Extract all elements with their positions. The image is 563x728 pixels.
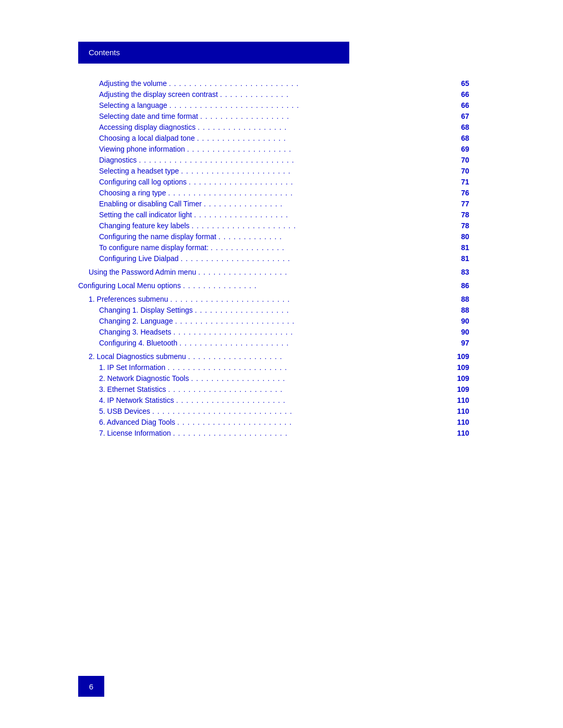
page-footer: 6: [78, 676, 104, 697]
toc-entry-dots: . . . . . . . . . . . . . . . . . . . . …: [170, 295, 451, 303]
toc-entry[interactable]: 1. Preferences submenu . . . . . . . . .…: [78, 295, 469, 303]
toc-entry[interactable]: Setting the call indicator light . . . .…: [78, 211, 469, 219]
toc-entry-dots: . . . . . . . . . . . . . . . . . . . . …: [169, 79, 451, 88]
toc-entry-page: 83: [454, 268, 469, 276]
toc-entry[interactable]: Changing 2. Language . . . . . . . . . .…: [78, 317, 469, 325]
toc-entry-page: 110: [454, 429, 469, 437]
toc-entry-text: 7. License Information: [99, 429, 171, 437]
toc-entry-page: 110: [454, 407, 469, 415]
toc-entry-text: Using the Password Admin menu: [89, 268, 196, 276]
toc-entry-text: Adjusting the display screen contrast: [99, 90, 218, 98]
toc-entry-text: Configuring Live Dialpad: [99, 254, 179, 263]
toc-entry[interactable]: Selecting a language . . . . . . . . . .…: [78, 101, 469, 109]
toc-entry-text: 2. Network Diagnostic Tools: [99, 374, 189, 382]
toc-entry[interactable]: Configuring call log options . . . . . .…: [78, 178, 469, 186]
toc-entry-page: 86: [454, 281, 469, 290]
toc-entry[interactable]: 2. Network Diagnostic Tools . . . . . . …: [78, 374, 469, 382]
toc-entry-page: 78: [454, 211, 469, 219]
toc-entry-page: 81: [454, 243, 469, 252]
toc-entry-page: 90: [454, 328, 469, 336]
toc-entry[interactable]: 3. Ethernet Statistics . . . . . . . . .…: [78, 385, 469, 393]
toc-entry[interactable]: 2. Local Diagnostics submenu . . . . . .…: [78, 352, 469, 361]
toc-entry-text: Configuring call log options: [99, 178, 187, 186]
toc-entry[interactable]: Selecting date and time format . . . . .…: [78, 112, 469, 120]
toc-entry-dots: . . . . . . . . . . . . . . . . . . .: [195, 306, 451, 314]
toc-entry-text: 4. IP Network Statistics: [99, 396, 174, 404]
toc-entry[interactable]: Adjusting the display screen contrast . …: [78, 90, 469, 98]
toc-entry-dots: . . . . . . . . . . . . . . . . . . . . …: [169, 101, 451, 109]
toc-entry[interactable]: Choosing a local dialpad tone . . . . . …: [78, 134, 469, 142]
toc-entry[interactable]: 6. Advanced Diag Tools . . . . . . . . .…: [78, 418, 469, 426]
toc-entry[interactable]: Configuring Local Menu options . . . . .…: [78, 281, 469, 290]
toc-entry-dots: . . . . . . . . . . . . . . . . . . . . …: [168, 189, 451, 197]
toc-entry-page: 71: [454, 178, 469, 186]
toc-entry-dots: . . . . . . . . . . . . . . . . . . . . …: [173, 429, 451, 437]
toc-content: Adjusting the volume . . . . . . . . . .…: [78, 79, 469, 437]
toc-entry[interactable]: Configuring the name display format . . …: [78, 232, 469, 241]
toc-entry[interactable]: Configuring 4. Bluetooth . . . . . . . .…: [78, 339, 469, 347]
toc-entry-text: 5. USB Devices: [99, 407, 150, 415]
toc-entry-page: 68: [454, 134, 469, 142]
toc-entry-dots: . . . . . . . . . . . . . . . .: [204, 200, 451, 208]
toc-entry-dots: . . . . . . . . . . . . . . .: [211, 243, 451, 252]
toc-entry-dots: . . . . . . . . . . . . . . . . . . . . …: [189, 178, 451, 186]
toc-entry-page: 68: [454, 123, 469, 131]
toc-entry-dots: . . . . . . . . . . . . . . . . . . . . …: [177, 418, 451, 426]
toc-entry[interactable]: Changing feature key labels . . . . . . …: [78, 221, 469, 230]
toc-entry-dots: . . . . . . . . . . . . . . . . . . . . …: [139, 156, 451, 164]
toc-entry-text: Changing 1. Display Settings: [99, 306, 193, 314]
toc-entry-text: Configuring the name display format: [99, 232, 216, 241]
page-container: Contents Adjusting the volume . . . . . …: [0, 0, 563, 728]
toc-entry[interactable]: 4. IP Network Statistics . . . . . . . .…: [78, 396, 469, 404]
toc-entry-text: To configure name display format:: [99, 243, 209, 252]
toc-entry-dots: . . . . . . . . . . . . . . . . . . . . …: [176, 396, 451, 404]
toc-entry-dots: . . . . . . . . . . . . . . . . . . . . …: [168, 385, 451, 393]
toc-entry-dots: . . . . . . . . . . . . . . . . . . . . …: [167, 363, 451, 372]
toc-entry[interactable]: Adjusting the volume . . . . . . . . . .…: [78, 79, 469, 88]
toc-entry-page: 109: [454, 374, 469, 382]
toc-entry[interactable]: Selecting a headset type . . . . . . . .…: [78, 167, 469, 175]
header-bar: Contents: [78, 42, 349, 64]
toc-entry[interactable]: 7. License Information . . . . . . . . .…: [78, 429, 469, 437]
toc-entry[interactable]: Viewing phone information . . . . . . . …: [78, 145, 469, 153]
toc-entry[interactable]: Changing 1. Display Settings . . . . . .…: [78, 306, 469, 314]
toc-entry-page: 70: [454, 167, 469, 175]
toc-entry-dots: . . . . . . . . . . . . . . . . . . . . …: [174, 328, 451, 336]
toc-entry[interactable]: Choosing a ring type . . . . . . . . . .…: [78, 189, 469, 197]
toc-entry-text: Selecting a language: [99, 101, 167, 109]
toc-entry-page: 110: [454, 396, 469, 404]
header-title: Contents: [89, 48, 120, 57]
toc-entry-page: 77: [454, 200, 469, 208]
toc-entry[interactable]: Diagnostics . . . . . . . . . . . . . . …: [78, 156, 469, 164]
toc-entry[interactable]: Using the Password Admin menu . . . . . …: [78, 268, 469, 276]
toc-entry-page: 65: [454, 79, 469, 88]
toc-entry[interactable]: Enabling or disabling Call Timer . . . .…: [78, 200, 469, 208]
toc-entry-dots: . . . . . . . . . . . . . . . . . .: [200, 112, 451, 120]
toc-entry-page: 109: [454, 363, 469, 372]
toc-entry[interactable]: 1. IP Set Information . . . . . . . . . …: [78, 363, 469, 372]
toc-entry[interactable]: To configure name display format: . . . …: [78, 243, 469, 252]
toc-entry-page: 97: [454, 339, 469, 347]
toc-entry-text: 6. Advanced Diag Tools: [99, 418, 175, 426]
page-number: 6: [89, 682, 93, 691]
toc-entry-page: 109: [454, 385, 469, 393]
toc-entry-text: Accessing display diagnostics: [99, 123, 195, 131]
toc-entry-text: Changing feature key labels: [99, 221, 190, 230]
toc-entry-text: Setting the call indicator light: [99, 211, 192, 219]
toc-entry-text: 1. Preferences submenu: [89, 295, 168, 303]
toc-entry[interactable]: Accessing display diagnostics . . . . . …: [78, 123, 469, 131]
toc-entry-dots: . . . . . . . . . . . . . . . . . . . . …: [179, 339, 451, 347]
toc-entry-page: 90: [454, 317, 469, 325]
toc-entry[interactable]: 5. USB Devices . . . . . . . . . . . . .…: [78, 407, 469, 415]
toc-entry-text: Viewing phone information: [99, 145, 185, 153]
toc-entry-text: Selecting date and time format: [99, 112, 198, 120]
toc-entry[interactable]: Changing 3. Headsets . . . . . . . . . .…: [78, 328, 469, 336]
toc-entry-dots: . . . . . . . . . . . . . .: [220, 90, 451, 98]
toc-entry-text: 3. Ethernet Statistics: [99, 385, 166, 393]
toc-entry-text: Enabling or disabling Call Timer: [99, 200, 202, 208]
toc-entry[interactable]: Configuring Live Dialpad . . . . . . . .…: [78, 254, 469, 263]
toc-entry-dots: . . . . . . . . . . . . . . . . . . . . …: [152, 407, 451, 415]
toc-entry-page: 69: [454, 145, 469, 153]
toc-entry-text: Selecting a headset type: [99, 167, 179, 175]
toc-entry-dots: . . . . . . . . . . . . . . . . . . . . …: [181, 167, 451, 175]
